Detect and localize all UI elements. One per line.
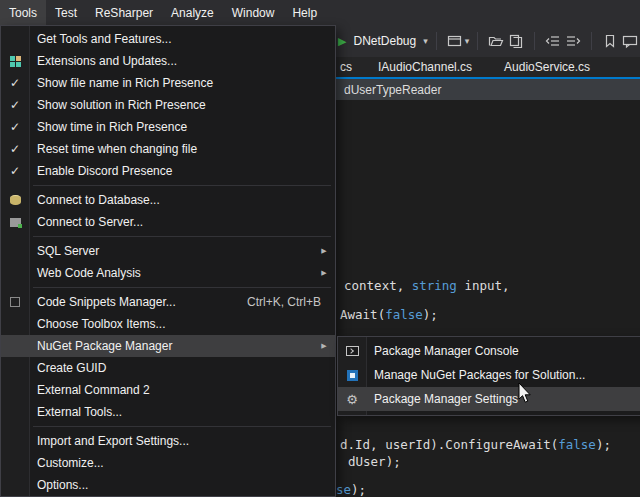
menu-item-manage-nuget-packages-for-solution[interactable]: Manage NuGet Packages for Solution... bbox=[338, 363, 640, 387]
code-snippets-icon bbox=[10, 297, 20, 307]
menubar-item-help[interactable]: Help bbox=[283, 0, 326, 25]
menubar-label: Test bbox=[55, 6, 77, 20]
editor-tab-audioservice[interactable]: AudioService.cs bbox=[488, 57, 606, 77]
menu-gutter bbox=[338, 346, 366, 356]
editor-tab-truncated[interactable]: cs bbox=[336, 57, 362, 77]
extensions-icon bbox=[10, 56, 21, 67]
run-target-label: DNetDebug bbox=[353, 34, 416, 48]
code-text: ); bbox=[596, 437, 611, 452]
tools-menu: Get Tools and Features... Extensions and… bbox=[0, 25, 336, 497]
menu-item-label: External Command 2 bbox=[29, 383, 150, 397]
menu-item-extensions-and-updates[interactable]: Extensions and Updates... bbox=[1, 50, 335, 72]
attach-to-process-icon[interactable] bbox=[445, 31, 465, 51]
code-keyword: false bbox=[385, 307, 423, 322]
menu-item-get-tools-and-features[interactable]: Get Tools and Features... bbox=[1, 28, 335, 50]
type-dropdown[interactable]: dUserTypeReader bbox=[344, 83, 441, 97]
chevron-down-icon[interactable]: ▾ bbox=[465, 36, 470, 46]
play-icon: ▶ bbox=[338, 35, 346, 48]
menu-item-label: Show solution in Rich Presence bbox=[29, 98, 206, 112]
menu-item-external-tools[interactable]: External Tools... bbox=[1, 401, 335, 423]
code-line-await: Await(false); bbox=[340, 307, 438, 322]
code-text: context, bbox=[344, 278, 412, 293]
menu-item-reset-time-when-changing-file[interactable]: ✓ Reset time when changing file bbox=[1, 138, 335, 160]
code-text: ); bbox=[351, 482, 366, 497]
menu-gutter: ⚙ bbox=[338, 393, 366, 406]
bookmark-icon[interactable] bbox=[600, 31, 620, 51]
comment-icon[interactable] bbox=[620, 31, 640, 51]
code-line-signature: context, string input, bbox=[344, 278, 510, 293]
outdent-icon[interactable] bbox=[543, 31, 563, 51]
menu-item-external-command-2[interactable]: External Command 2 bbox=[1, 379, 335, 401]
menu-item-label: Package Manager Console bbox=[366, 344, 519, 358]
menu-item-label: Customize... bbox=[29, 456, 104, 470]
open-folder-icon[interactable] bbox=[486, 31, 506, 51]
menu-item-create-guid[interactable]: Create GUID bbox=[1, 357, 335, 379]
menu-item-choose-toolbox-items[interactable]: Choose Toolbox Items... bbox=[1, 313, 335, 335]
chevron-down-icon[interactable]: ▾ bbox=[423, 36, 428, 46]
menubar-item-analyze[interactable]: Analyze bbox=[162, 0, 223, 25]
menu-item-connect-to-database[interactable]: Connect to Database... bbox=[1, 189, 335, 211]
menu-item-label: External Tools... bbox=[29, 405, 122, 419]
menu-item-customize[interactable]: Customize... bbox=[1, 452, 335, 474]
menu-item-web-code-analysis[interactable]: Web Code Analysis ▶ bbox=[1, 262, 335, 284]
menu-item-connect-to-server[interactable]: Connect to Server... bbox=[1, 211, 335, 233]
code-line-tail: se); bbox=[336, 482, 366, 497]
menu-gutter: ✓ bbox=[1, 164, 29, 178]
menu-gutter bbox=[338, 370, 366, 381]
menu-item-label: Create GUID bbox=[29, 361, 106, 375]
toolbar-separator bbox=[591, 32, 592, 50]
code-text: d.Id, userId).ConfigureAwait( bbox=[340, 437, 558, 452]
code-line-duser: dUser); bbox=[348, 454, 401, 469]
menu-item-label: NuGet Package Manager bbox=[29, 339, 172, 353]
menubar-item-test[interactable]: Test bbox=[46, 0, 86, 25]
toolbar-separator bbox=[436, 32, 437, 50]
nuget-packages-icon bbox=[347, 370, 358, 381]
menu-item-label: Web Code Analysis bbox=[29, 266, 141, 280]
menu-item-label: Get Tools and Features... bbox=[29, 32, 172, 46]
menubar-item-window[interactable]: Window bbox=[223, 0, 284, 25]
toolbar-separator bbox=[534, 32, 535, 50]
menubar-item-resharper[interactable]: ReSharper bbox=[86, 0, 162, 25]
menu-item-label: Package Manager Settings bbox=[366, 392, 518, 406]
server-icon bbox=[10, 218, 21, 227]
menu-item-show-time-rich-presence[interactable]: ✓ Show time in Rich Presence bbox=[1, 116, 335, 138]
code-text: dUser); bbox=[348, 454, 401, 469]
menu-item-show-solution-rich-presence[interactable]: ✓ Show solution in Rich Presence bbox=[1, 94, 335, 116]
menu-item-label: Import and Export Settings... bbox=[29, 434, 189, 448]
code-keyword: false bbox=[558, 437, 596, 452]
editor-tab-iaudiochannel[interactable]: IAudioChannel.cs bbox=[362, 57, 488, 77]
run-button[interactable]: ▶ DNetDebug ▾ bbox=[338, 34, 428, 48]
code-text: input, bbox=[457, 278, 510, 293]
menubar-label: Help bbox=[292, 6, 317, 20]
documents-icon[interactable] bbox=[506, 31, 526, 51]
menu-item-label: Extensions and Updates... bbox=[29, 54, 177, 68]
menu-item-package-manager-settings[interactable]: ⚙ Package Manager Settings bbox=[338, 387, 640, 411]
menubar-label: Window bbox=[232, 6, 275, 20]
indent-icon[interactable] bbox=[563, 31, 583, 51]
menu-item-label: Options... bbox=[29, 478, 88, 492]
menu-item-import-and-export-settings[interactable]: Import and Export Settings... bbox=[1, 430, 335, 452]
menu-item-options[interactable]: Options... bbox=[1, 474, 335, 496]
menu-item-package-manager-console[interactable]: Package Manager Console bbox=[338, 339, 640, 363]
menu-item-nuget-package-manager[interactable]: NuGet Package Manager ▶ bbox=[1, 335, 335, 357]
menu-item-label: Connect to Server... bbox=[29, 215, 143, 229]
menu-item-show-file-name-rich-presence[interactable]: ✓ Show file name in Rich Presence bbox=[1, 72, 335, 94]
menu-separator bbox=[33, 287, 331, 288]
menu-gutter: ✓ bbox=[1, 76, 29, 90]
menu-item-sql-server[interactable]: SQL Server ▶ bbox=[1, 240, 335, 262]
menu-gutter: ✓ bbox=[1, 98, 29, 112]
checkmark-icon: ✓ bbox=[10, 98, 20, 112]
main-menu-bar: Tools Test ReSharper Analyze Window Help bbox=[0, 0, 640, 25]
toolbar-separator bbox=[477, 32, 478, 50]
menu-item-code-snippets-manager[interactable]: Code Snippets Manager... Ctrl+K, Ctrl+B bbox=[1, 291, 335, 313]
code-line-configureawait: d.Id, userId).ConfigureAwait(false); bbox=[340, 437, 611, 452]
menu-gutter: ✓ bbox=[1, 120, 29, 134]
menubar-item-tools[interactable]: Tools bbox=[0, 0, 46, 25]
tab-label: cs bbox=[340, 60, 352, 74]
code-keyword: se bbox=[336, 482, 351, 497]
menu-item-enable-discord-presence[interactable]: ✓ Enable Discord Presence bbox=[1, 160, 335, 182]
menu-item-label: Reset time when changing file bbox=[29, 142, 197, 156]
checkmark-icon: ✓ bbox=[10, 76, 20, 90]
menu-gutter bbox=[1, 297, 29, 307]
menu-gutter bbox=[1, 56, 29, 67]
